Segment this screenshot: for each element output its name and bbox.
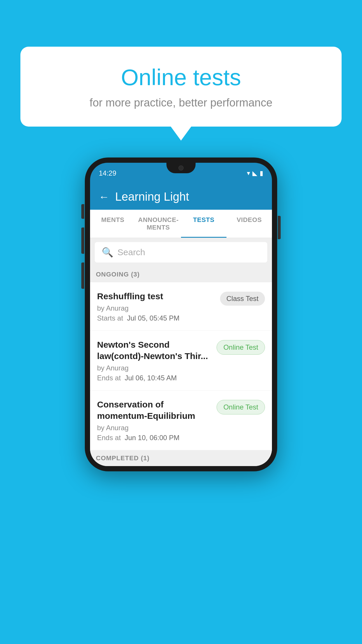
test-time: Ends at Jul 06, 10:45 AM <box>97 374 212 382</box>
search-bar[interactable]: 🔍 Search <box>95 242 267 262</box>
speech-bubble: Online tests for more practice, better p… <box>20 47 342 127</box>
tabs-bar: MENTS ANNOUNCE­MENTS TESTS VIDEOS <box>90 210 272 238</box>
status-time: 14:29 <box>99 169 116 177</box>
tab-ments[interactable]: MENTS <box>90 210 136 238</box>
test-name: Reshuffling test <box>97 290 215 302</box>
ongoing-section-label: ONGOING (3) <box>90 267 272 282</box>
promo-subtitle: for more practice, better performance <box>44 97 318 109</box>
test-info: Reshuffling test by Anurag Starts at Jul… <box>97 290 220 322</box>
notch <box>166 163 196 173</box>
silent-button <box>81 262 84 289</box>
app-screen: ← Learning Light MENTS ANNOUNCE­MENTS TE… <box>90 184 272 466</box>
tab-announcements[interactable]: ANNOUNCE­MENTS <box>136 210 181 238</box>
completed-section-label: COMPLETED (1) <box>90 450 272 466</box>
phone-mockup: 14:29 ▾ ◣ ▮ ← Learning Light MENTS ANNOU… <box>85 158 277 471</box>
battery-icon: ▮ <box>260 169 263 177</box>
front-camera <box>178 165 184 171</box>
test-item[interactable]: Newton's Second law(contd)-Newton's Thir… <box>90 331 272 391</box>
test-info: Conservation of momentum-Equilibrium by … <box>97 399 217 442</box>
power-button <box>278 216 281 239</box>
app-header-title: Learning Light <box>115 190 189 203</box>
search-wrapper: 🔍 Search <box>90 238 272 267</box>
test-time: Ends at Jun 10, 06:00 PM <box>97 434 212 442</box>
volume-down-button <box>81 228 84 254</box>
volume-up-button <box>81 204 84 219</box>
app-header: ← Learning Light <box>90 184 272 210</box>
test-info: Newton's Second law(contd)-Newton's Thir… <box>97 339 217 382</box>
wifi-icon: ▾ <box>247 169 250 177</box>
tab-tests[interactable]: TESTS <box>181 210 226 238</box>
badge-class-test: Class Test <box>220 292 265 306</box>
test-time: Starts at Jul 05, 05:45 PM <box>97 314 215 322</box>
status-icons: ▾ ◣ ▮ <box>247 169 263 177</box>
test-author: by Anurag <box>97 304 215 312</box>
signal-icon: ◣ <box>252 169 257 177</box>
badge-online-test: Online Test <box>217 400 265 414</box>
test-list: Reshuffling test by Anurag Starts at Jul… <box>90 282 272 450</box>
test-name: Newton's Second law(contd)-Newton's Thir… <box>97 339 212 362</box>
badge-online-test: Online Test <box>217 340 265 355</box>
status-bar: 14:29 ▾ ◣ ▮ <box>90 163 272 184</box>
back-button[interactable]: ← <box>99 191 109 203</box>
test-author: by Anurag <box>97 424 212 432</box>
test-author: by Anurag <box>97 364 212 372</box>
promo-title: Online tests <box>44 64 318 91</box>
test-name: Conservation of momentum-Equilibrium <box>97 399 212 421</box>
search-placeholder: Search <box>117 247 145 257</box>
test-item[interactable]: Reshuffling test by Anurag Starts at Jul… <box>90 282 272 331</box>
test-item[interactable]: Conservation of momentum-Equilibrium by … <box>90 391 272 450</box>
tab-videos[interactable]: VIDEOS <box>226 210 272 238</box>
search-icon: 🔍 <box>102 247 113 258</box>
